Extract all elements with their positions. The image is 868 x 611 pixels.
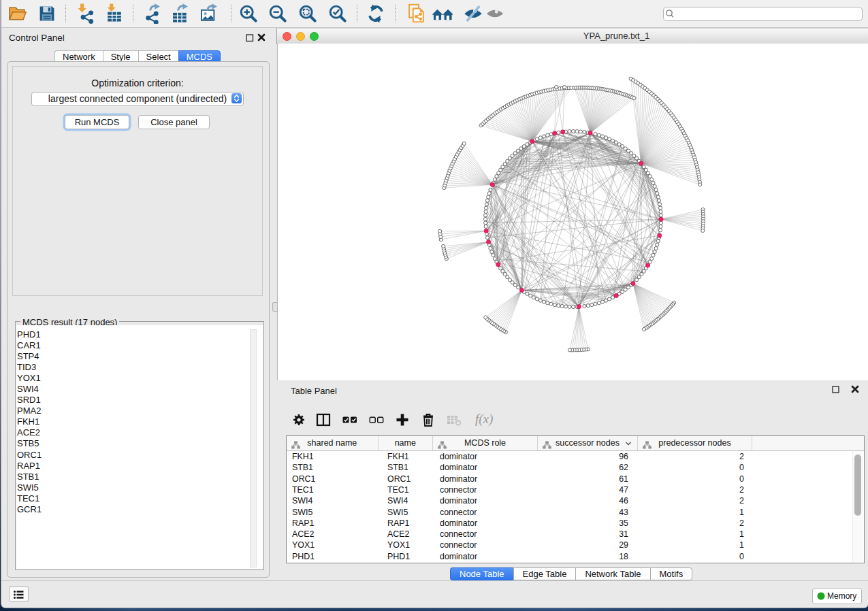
- svg-text:f(x): f(x): [475, 412, 493, 427]
